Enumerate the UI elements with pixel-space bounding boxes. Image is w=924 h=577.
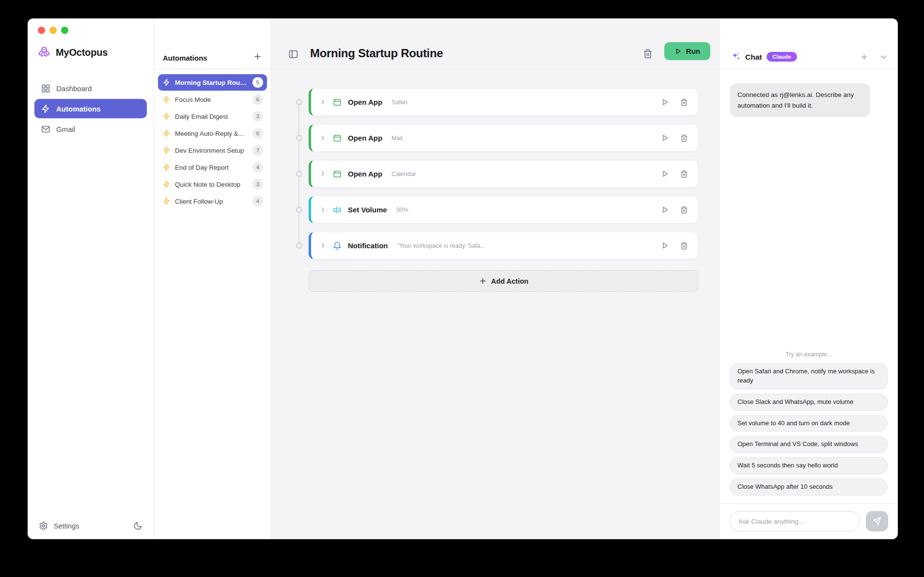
run-step-button[interactable] xyxy=(661,98,669,106)
run-step-button[interactable] xyxy=(661,241,669,250)
sidebar-item-dashboard[interactable]: Dashboard xyxy=(34,79,147,98)
automation-list-item[interactable]: Quick Note to Desktop 3 xyxy=(158,176,267,192)
lightning-icon xyxy=(41,104,50,113)
step-count-badge: 5 xyxy=(252,77,263,88)
window-controls xyxy=(34,27,147,34)
automation-list-item[interactable]: End of Day Report 4 xyxy=(158,159,267,176)
action-label: Open App xyxy=(348,134,382,142)
action-row: Open App Safari xyxy=(309,88,698,116)
delete-step-button[interactable] xyxy=(680,134,688,142)
action-card-open-app[interactable]: Open App Calendar xyxy=(309,160,698,188)
chevron-right-icon[interactable] xyxy=(319,134,327,142)
sparkles-icon xyxy=(731,52,740,61)
sidebar-footer: Settings xyxy=(34,521,147,530)
chevron-right-icon[interactable] xyxy=(319,206,327,213)
example-prompt-chip[interactable]: Set volume to 40 and turn on dark mode xyxy=(730,415,888,432)
action-row: Open App Mail xyxy=(309,124,698,152)
lightning-icon xyxy=(163,79,171,86)
plus-icon xyxy=(479,277,487,285)
toggle-sidebar-button[interactable] xyxy=(288,49,298,59)
add-automation-button[interactable] xyxy=(252,51,263,62)
action-card-open-app[interactable]: Open App Safari xyxy=(309,88,698,116)
chat-input[interactable] xyxy=(729,511,860,531)
panel-left-icon xyxy=(288,49,298,59)
action-label: Notification xyxy=(348,241,388,250)
sidebar-item-automations[interactable]: Automations xyxy=(34,99,147,118)
chevron-right-icon[interactable] xyxy=(319,170,327,177)
run-step-button[interactable] xyxy=(661,206,669,214)
delete-step-button[interactable] xyxy=(680,242,688,250)
delete-step-button[interactable] xyxy=(680,170,688,178)
mail-icon xyxy=(41,125,50,134)
minimize-window-button[interactable] xyxy=(49,27,57,34)
automations-list: Morning Startup Routi... 5 Focus Mode 6 … xyxy=(154,69,271,214)
gear-icon xyxy=(39,521,48,530)
automation-list-item[interactable]: Daily Email Digest 3 xyxy=(158,108,267,125)
step-count-badge: 4 xyxy=(252,196,263,207)
play-icon xyxy=(661,134,669,142)
lightning-icon xyxy=(163,146,171,154)
play-icon xyxy=(674,48,682,55)
chat-title: Chat xyxy=(745,53,762,62)
lightning-icon xyxy=(163,96,171,103)
example-prompt-chip[interactable]: Close Slack and WhatsApp, mute volume xyxy=(730,394,888,411)
example-prompt-chip[interactable]: Close WhatsApp after 10 seconds xyxy=(730,479,888,496)
claude-model-badge: Claude xyxy=(767,52,797,62)
app-title: MyOctopus xyxy=(56,47,108,58)
app-window: MyOctopus Dashboard Automations xyxy=(28,18,898,539)
run-button[interactable]: Run xyxy=(664,42,710,60)
trash-icon xyxy=(680,134,688,142)
examples-label: Try an example... xyxy=(730,351,888,358)
play-icon xyxy=(661,241,669,250)
zoom-window-button[interactable] xyxy=(61,27,68,34)
sidebar-item-label: Dashboard xyxy=(56,84,92,93)
delete-automation-button[interactable] xyxy=(643,49,653,59)
chevron-down-icon xyxy=(879,52,888,62)
collapse-chat-button[interactable] xyxy=(879,52,888,62)
delete-step-button[interactable] xyxy=(680,206,688,214)
close-window-button[interactable] xyxy=(38,27,45,34)
volume-icon xyxy=(333,206,342,214)
chat-header: Chat Claude xyxy=(720,18,898,69)
automation-list-item[interactable]: Client Follow-Up 4 xyxy=(158,193,267,209)
chevron-right-icon[interactable] xyxy=(319,98,327,106)
run-step-button[interactable] xyxy=(661,170,669,178)
automation-list-item[interactable]: Morning Startup Routi... 5 xyxy=(158,74,267,91)
main-area: Morning Startup Routine Run xyxy=(271,18,719,539)
automation-list-item[interactable]: Focus Mode 6 xyxy=(158,91,267,108)
settings-button[interactable]: Settings xyxy=(39,521,79,530)
lightning-icon xyxy=(163,180,171,188)
new-chat-button[interactable] xyxy=(860,52,869,62)
step-count-badge: 3 xyxy=(252,111,263,122)
dark-mode-toggle[interactable] xyxy=(133,521,142,530)
action-card-notification[interactable]: Notification "Your workspace is ready. S… xyxy=(309,232,698,259)
play-icon xyxy=(661,170,669,178)
sidebar: MyOctopus Dashboard Automations xyxy=(28,18,154,539)
run-step-button[interactable] xyxy=(661,134,669,142)
send-button[interactable] xyxy=(866,511,888,531)
settings-label: Settings xyxy=(54,522,79,530)
assistant-message: Connected as rj@lenks.ai. Describe any a… xyxy=(730,83,870,117)
example-prompts: Try an example... Open Safari and Chrome… xyxy=(730,351,888,496)
action-card-set-volume[interactable]: Set Volume 30% xyxy=(309,196,698,224)
automations-panel-header: Automations xyxy=(154,18,271,69)
delete-step-button[interactable] xyxy=(680,98,688,106)
action-card-open-app[interactable]: Open App Mail xyxy=(309,124,698,152)
action-detail: "Your workspace is ready. Safa... xyxy=(397,242,655,249)
timeline-node xyxy=(296,99,302,105)
trash-icon xyxy=(680,242,688,250)
example-prompt-chip[interactable]: Wait 5 seconds then say hello world xyxy=(730,457,888,474)
plus-icon xyxy=(253,52,262,61)
sidebar-item-gmail[interactable]: Gmail xyxy=(34,119,147,139)
lightning-icon xyxy=(163,129,171,137)
bell-icon xyxy=(333,241,342,250)
automation-list-item[interactable]: Dev Environment Setup 7 xyxy=(158,142,267,159)
example-prompt-chip[interactable]: Open Safari and Chrome, notify me worksp… xyxy=(730,363,888,389)
action-label: Open App xyxy=(348,98,382,106)
automation-list-item[interactable]: Meeting Auto-Reply &... 6 xyxy=(158,125,267,142)
chevron-right-icon[interactable] xyxy=(319,242,327,249)
automations-panel-title: Automations xyxy=(163,54,207,62)
example-prompt-chip[interactable]: Open Terminal and VS Code, split windows xyxy=(730,436,888,453)
add-action-button[interactable]: Add Action xyxy=(309,270,698,292)
moon-icon xyxy=(133,521,142,530)
